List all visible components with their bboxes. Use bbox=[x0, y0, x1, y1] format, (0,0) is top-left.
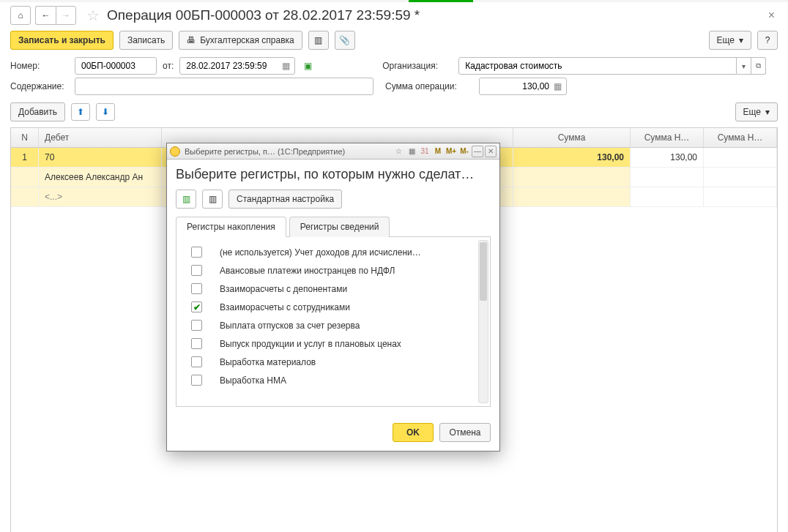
cell-sum-n1[interactable] bbox=[631, 168, 704, 187]
cell-sum[interactable] bbox=[513, 187, 631, 207]
register-label: Взаиморасчеты с сотрудниками bbox=[220, 302, 350, 312]
tb-calc-icon[interactable]: ▦ bbox=[406, 146, 417, 157]
col-sum[interactable]: Сумма bbox=[513, 128, 631, 147]
cell-sum-n2[interactable] bbox=[704, 187, 777, 207]
list-scrollbar[interactable] bbox=[478, 240, 488, 403]
register-checkbox[interactable] bbox=[191, 283, 202, 294]
from-label: от: bbox=[163, 61, 174, 71]
document-icon-button[interactable]: ▥ bbox=[308, 31, 329, 50]
organization-dropdown-button[interactable]: ▾ bbox=[737, 57, 751, 75]
cell-sum[interactable]: 130,00 bbox=[513, 148, 631, 168]
forward-button[interactable]: → bbox=[56, 6, 76, 25]
cell-n[interactable] bbox=[11, 187, 39, 207]
register-item[interactable]: Выпуск продукции и услуг в плановых цена… bbox=[179, 334, 487, 353]
tab-accumulation-registers[interactable]: Регистры накопления bbox=[176, 217, 286, 237]
register-label: Выработка материалов bbox=[220, 357, 316, 367]
register-item[interactable]: Авансовые платежи иностранцев по НДФЛ bbox=[179, 261, 487, 280]
save-button[interactable]: Записать bbox=[119, 31, 173, 50]
cell-debit[interactable]: 70 bbox=[39, 148, 162, 168]
arrow-left-icon: ← bbox=[42, 10, 51, 20]
cell-n[interactable]: 1 bbox=[11, 148, 39, 168]
register-checkbox[interactable] bbox=[191, 247, 202, 258]
col-n[interactable]: N bbox=[11, 128, 39, 147]
table-more-button[interactable]: Еще ▾ bbox=[735, 102, 778, 121]
cell-sum-n1[interactable]: 130,00 bbox=[631, 148, 704, 168]
register-label: Выплата отпусков за счет резерва bbox=[220, 321, 360, 331]
app-logo-icon bbox=[170, 146, 180, 157]
col-debit[interactable]: Дебет bbox=[39, 128, 162, 147]
cell-sum-n2[interactable] bbox=[704, 168, 777, 187]
register-checkbox[interactable]: ✔ bbox=[191, 301, 202, 312]
print-icon: 🖶 bbox=[187, 35, 196, 45]
tb-calendar-icon[interactable]: 31 bbox=[419, 146, 431, 157]
arrow-up-icon: ⬆ bbox=[77, 107, 84, 117]
tb-mminus-icon[interactable]: M- bbox=[458, 146, 470, 157]
checklist-green-icon: ▥ bbox=[182, 194, 190, 204]
organization-open-button[interactable]: ⧉ bbox=[751, 57, 766, 75]
number-input[interactable] bbox=[80, 60, 152, 72]
more-button[interactable]: Еще ▾ bbox=[709, 31, 751, 50]
tab-info-registers[interactable]: Регистры сведений bbox=[289, 217, 390, 237]
back-button[interactable]: ← bbox=[35, 6, 56, 25]
calculator-icon[interactable]: ▦ bbox=[554, 81, 562, 91]
home-button[interactable]: ⌂ bbox=[10, 6, 31, 25]
register-item[interactable]: Выработка НМА bbox=[179, 371, 487, 389]
attachment-button[interactable]: 📎 bbox=[335, 31, 355, 50]
cell-debit-sub[interactable]: <...> bbox=[39, 187, 162, 207]
tb-close-icon[interactable]: ✕ bbox=[485, 146, 497, 157]
tb-mplus-icon[interactable]: M+ bbox=[445, 146, 457, 157]
ok-button[interactable]: OK bbox=[393, 423, 434, 442]
cell-debit-sub[interactable]: Алексеев Александр Ан bbox=[39, 168, 162, 187]
register-item[interactable]: Выработка материалов bbox=[179, 353, 487, 371]
col-sum-n2[interactable]: Сумма Н… bbox=[704, 128, 777, 147]
move-down-button[interactable]: ⬇ bbox=[96, 103, 115, 121]
save-and-close-button[interactable]: Записать и закрыть bbox=[10, 31, 114, 50]
posted-flag-icon[interactable]: ▣ bbox=[304, 61, 312, 71]
register-checkbox[interactable] bbox=[191, 356, 202, 367]
register-checkbox[interactable] bbox=[191, 338, 202, 349]
register-checkbox[interactable] bbox=[191, 320, 202, 331]
register-item[interactable]: ✔Взаиморасчеты с сотрудниками bbox=[179, 298, 487, 316]
add-row-button[interactable]: Добавить bbox=[10, 102, 65, 121]
register-checkbox[interactable] bbox=[191, 265, 202, 276]
cancel-button[interactable]: Отмена bbox=[439, 423, 491, 442]
arrow-down-icon: ⬇ bbox=[102, 107, 109, 117]
organization-input[interactable] bbox=[464, 60, 732, 72]
close-icon[interactable]: × bbox=[765, 6, 778, 25]
content-label: Содержание: bbox=[10, 81, 69, 91]
cell-sum[interactable] bbox=[513, 168, 631, 187]
date-input[interactable] bbox=[185, 60, 279, 72]
cell-sum-n2[interactable] bbox=[704, 148, 777, 168]
uncheck-all-button[interactable]: ▥ bbox=[202, 190, 223, 209]
move-up-button[interactable]: ⬆ bbox=[71, 103, 90, 121]
col-sum-n1[interactable]: Сумма Н… bbox=[631, 128, 704, 147]
cell-sum-n1[interactable] bbox=[631, 187, 704, 207]
accounting-reference-button[interactable]: 🖶 Бухгалтерская справка bbox=[179, 31, 302, 50]
dialog-titlebar-text: Выберите регистры, п… (1С:Предприятие) bbox=[185, 147, 345, 156]
accounting-reference-label: Бухгалтерская справка bbox=[200, 35, 294, 45]
tb-minimize-icon[interactable]: — bbox=[472, 146, 483, 157]
help-button[interactable]: ? bbox=[757, 31, 778, 50]
home-icon: ⌂ bbox=[18, 10, 23, 20]
favorite-star-icon[interactable]: ☆ bbox=[86, 7, 100, 24]
number-label: Номер: bbox=[10, 61, 69, 71]
operation-sum-label: Сумма операции: bbox=[385, 81, 473, 91]
cell-n[interactable] bbox=[11, 168, 39, 187]
operation-sum-input[interactable] bbox=[484, 80, 551, 92]
checklist-icon: ▥ bbox=[209, 194, 217, 204]
tb-m-icon[interactable]: M bbox=[432, 146, 444, 157]
calendar-icon[interactable]: ▦ bbox=[282, 61, 290, 71]
scroll-thumb[interactable] bbox=[480, 242, 487, 301]
register-checkbox[interactable] bbox=[191, 375, 202, 386]
register-item[interactable]: (не используется) Учет доходов для исчис… bbox=[179, 243, 487, 261]
register-item[interactable]: Выплата отпусков за счет резерва bbox=[179, 316, 487, 334]
register-label: Выработка НМА bbox=[220, 375, 286, 386]
standard-setup-button[interactable]: Стандартная настройка bbox=[228, 190, 342, 209]
dialog-heading: Выберите регистры, по которым нужно сдел… bbox=[176, 167, 491, 182]
arrow-right-icon: → bbox=[62, 10, 70, 20]
more-label: Еще bbox=[717, 35, 735, 45]
register-item[interactable]: Взаиморасчеты с депонентами bbox=[179, 280, 487, 298]
check-all-button[interactable]: ▥ bbox=[176, 190, 196, 209]
tb-fav-icon[interactable]: ☆ bbox=[393, 146, 404, 157]
content-input[interactable] bbox=[80, 80, 368, 92]
